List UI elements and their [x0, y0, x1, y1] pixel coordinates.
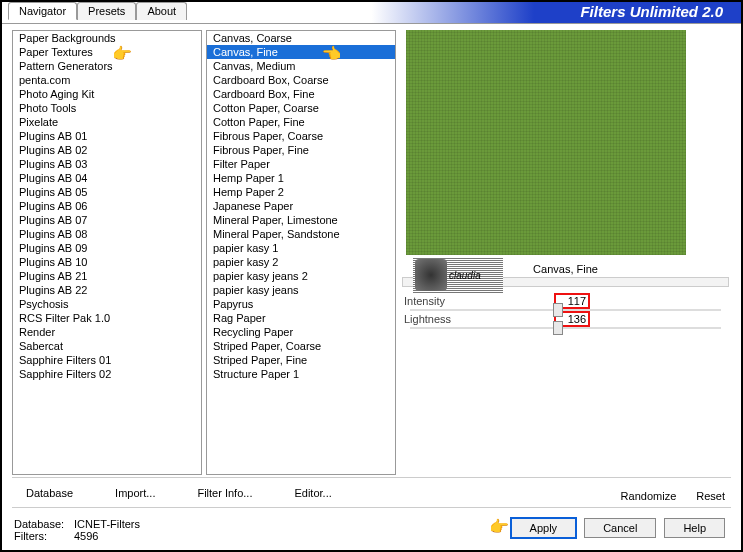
list-item[interactable]: penta.com [13, 73, 201, 87]
tab-about[interactable]: About [136, 2, 187, 20]
list-item[interactable]: Hemp Paper 1 [207, 171, 395, 185]
list-item[interactable]: papier kasy 1 [207, 241, 395, 255]
dialog-buttons: Apply Cancel Help [511, 518, 725, 538]
list-item[interactable]: papier kasy jeans [207, 283, 395, 297]
status-filters-label: Filters: [14, 530, 74, 542]
list-item[interactable]: Mineral Paper, Sandstone [207, 227, 395, 241]
list-item[interactable]: Hemp Paper 2 [207, 185, 395, 199]
list-item[interactable]: Canvas, Medium [207, 59, 395, 73]
cancel-button[interactable]: Cancel [584, 518, 656, 538]
list-item[interactable]: Cotton Paper, Fine [207, 115, 395, 129]
parameter-panel: Intensity 117 Lightness 136 [404, 293, 727, 329]
list-item[interactable]: Plugins AB 06 [13, 199, 201, 213]
list-item[interactable]: Photo Tools [13, 101, 201, 115]
main-content: Paper BackgroundsPaper TexturesPattern G… [12, 30, 731, 475]
param-intensity-slider[interactable] [410, 309, 721, 311]
list-item[interactable]: Canvas, Fine [207, 45, 395, 59]
list-item[interactable]: Plugins AB 07 [13, 213, 201, 227]
list-item[interactable]: RCS Filter Pak 1.0 [13, 311, 201, 325]
list-item[interactable]: Plugins AB 03 [13, 157, 201, 171]
pointer-hand-icon: 👉 [112, 44, 132, 63]
app-title: Filters Unlimited 2.0 [580, 3, 723, 20]
list-item[interactable]: Striped Paper, Coarse [207, 339, 395, 353]
list-item[interactable]: Sapphire Filters 01 [13, 353, 201, 367]
list-item[interactable]: Striped Paper, Fine [207, 353, 395, 367]
list-item[interactable]: Pixelate [13, 115, 201, 129]
status-db-label: Database: [14, 518, 74, 530]
param-intensity-label: Intensity [404, 295, 554, 307]
list-item[interactable]: Cardboard Box, Fine [207, 87, 395, 101]
category-list[interactable]: Paper BackgroundsPaper TexturesPattern G… [12, 30, 202, 475]
status-filters-value: 4596 [74, 530, 98, 542]
preview-image [406, 30, 686, 255]
list-item[interactable]: Plugins AB 09 [13, 241, 201, 255]
list-item[interactable]: Plugins AB 21 [13, 269, 201, 283]
list-item[interactable]: Recycling Paper [207, 325, 395, 339]
pointer-hand-icon: 👉 [489, 517, 509, 536]
list-item[interactable]: Plugins AB 05 [13, 185, 201, 199]
help-button[interactable]: Help [664, 518, 725, 538]
list-item[interactable]: Paper Backgrounds [13, 31, 201, 45]
status-db-value: ICNET-Filters [74, 518, 140, 530]
tab-presets[interactable]: Presets [77, 2, 136, 20]
title-bar: Navigator Presets About Filters Unlimite… [2, 2, 741, 24]
param-lightness-row: Lightness 136 [404, 311, 727, 327]
list-item[interactable]: papier kasy jeans 2 [207, 269, 395, 283]
list-item[interactable]: Plugins AB 02 [13, 143, 201, 157]
tab-navigator[interactable]: Navigator [8, 2, 77, 20]
list-item[interactable]: Cardboard Box, Coarse [207, 73, 395, 87]
list-item[interactable]: Paper Textures [13, 45, 201, 59]
reset-button[interactable]: Reset [696, 490, 725, 502]
editor-button[interactable]: Editor... [280, 484, 345, 502]
param-lightness-label: Lightness [404, 313, 554, 325]
list-item[interactable]: Japanese Paper [207, 199, 395, 213]
list-item[interactable]: Structure Paper 1 [207, 367, 395, 381]
list-item[interactable]: Rag Paper [207, 311, 395, 325]
list-item[interactable]: Plugins AB 01 [13, 129, 201, 143]
list-item[interactable]: Pattern Generators [13, 59, 201, 73]
list-item[interactable]: Fibrous Paper, Coarse [207, 129, 395, 143]
pointer-hand-icon: 👉 [322, 44, 342, 63]
import-button[interactable]: Import... [101, 484, 169, 502]
list-item[interactable]: Render [13, 325, 201, 339]
tab-strip: Navigator Presets About [8, 2, 187, 20]
database-button[interactable]: Database [12, 484, 87, 502]
list-item[interactable]: Fibrous Paper, Fine [207, 143, 395, 157]
status-bar: Database:ICNET-Filters Filters:4596 [14, 518, 140, 542]
param-intensity-row: Intensity 117 [404, 293, 727, 309]
toolbar-right: Randomize Reset [621, 490, 725, 502]
list-item[interactable]: papier kasy 2 [207, 255, 395, 269]
list-item[interactable]: Canvas, Coarse [207, 31, 395, 45]
param-lightness-slider[interactable] [410, 327, 721, 329]
watermark-badge: claudia [413, 257, 503, 293]
list-item[interactable]: Sabercat [13, 339, 201, 353]
separator-upper [12, 477, 731, 478]
list-item[interactable]: Papyrus [207, 297, 395, 311]
list-item[interactable]: Plugins AB 08 [13, 227, 201, 241]
separator-lower [12, 507, 731, 508]
filter-list[interactable]: Canvas, CoarseCanvas, FineCanvas, Medium… [206, 30, 396, 475]
list-item[interactable]: Sapphire Filters 02 [13, 367, 201, 381]
list-item[interactable]: Plugins AB 10 [13, 255, 201, 269]
apply-button[interactable]: Apply [511, 518, 577, 538]
list-item[interactable]: Psychosis [13, 297, 201, 311]
list-item[interactable]: Plugins AB 22 [13, 283, 201, 297]
list-item[interactable]: Plugins AB 04 [13, 171, 201, 185]
randomize-button[interactable]: Randomize [621, 490, 677, 502]
filter-info-button[interactable]: Filter Info... [183, 484, 266, 502]
preview-column: Canvas, Fine Intensity 117 Lightness 136 [400, 30, 731, 475]
list-item[interactable]: Mineral Paper, Limestone [207, 213, 395, 227]
toolbar-left: Database Import... Filter Info... Editor… [12, 484, 346, 502]
list-item[interactable]: Cotton Paper, Coarse [207, 101, 395, 115]
list-item[interactable]: Photo Aging Kit [13, 87, 201, 101]
list-item[interactable]: Filter Paper [207, 157, 395, 171]
